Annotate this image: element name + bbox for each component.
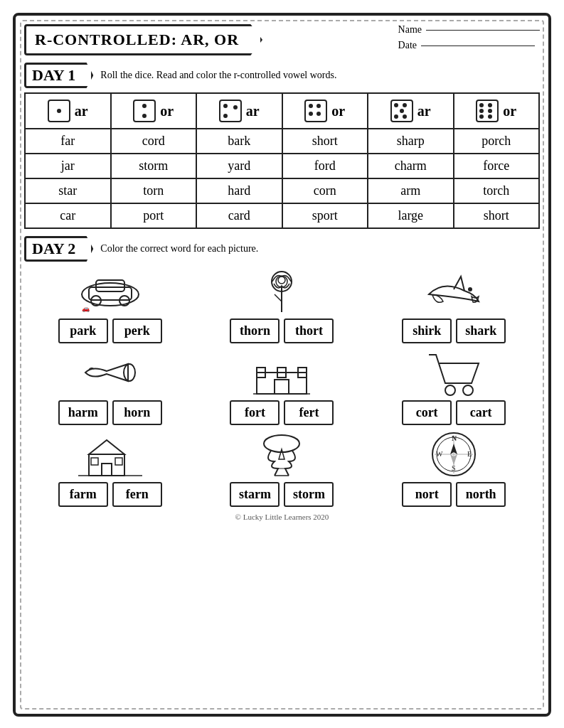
word-cell: far — [25, 129, 111, 154]
day1-label: DAY 1 Roll the dice. Read and color the … — [24, 63, 540, 88]
storm-image — [253, 429, 310, 479]
word-choice-box[interactable]: fern — [112, 482, 162, 507]
sound-or-6: or — [503, 103, 516, 119]
day1-instruction: Roll the dice. Read and color the r-cont… — [100, 70, 336, 81]
day1-tag: DAY 1 — [24, 63, 93, 88]
header: R-CONTROLLED: AR, OR Name Date — [24, 24, 540, 55]
word-cell: ford — [282, 154, 368, 178]
picture-item: 🚗 parkperk — [32, 266, 188, 343]
word-choice-box[interactable]: shirk — [402, 318, 452, 343]
table-row: carportcardsportlargeshort — [25, 203, 539, 228]
word-cell: star — [25, 178, 111, 203]
word-choice-box[interactable]: north — [456, 482, 506, 507]
word-cell: short — [454, 203, 540, 228]
word-cell: force — [454, 154, 540, 178]
word-choices: farmfern — [58, 482, 162, 507]
word-choice-box[interactable]: thort — [284, 318, 334, 343]
picture-row: harmhorn fortfert cortcart — [24, 348, 540, 425]
car-image: 🚗 — [75, 266, 146, 316]
word-cell: jar — [25, 154, 111, 178]
dice-3 — [219, 100, 242, 122]
day2-section: DAY 2 Color the correct word for each pi… — [24, 236, 540, 507]
svg-rect-23 — [102, 464, 112, 476]
svg-rect-24 — [91, 458, 98, 465]
word-choice-box[interactable]: cort — [402, 400, 452, 425]
picture-item: N S E W nortnorth — [376, 429, 532, 507]
date-underline — [421, 46, 535, 46]
picture-item: farmfern — [32, 429, 188, 507]
word-cell: bark — [196, 129, 282, 154]
col-1-ar: ar — [25, 93, 111, 129]
word-choice-box[interactable]: horn — [112, 400, 162, 425]
dice-5 — [390, 100, 413, 122]
picture-item: thornthort — [203, 266, 360, 343]
name-label: Name — [398, 24, 422, 36]
svg-point-10 — [278, 277, 285, 284]
svg-rect-13 — [257, 373, 307, 394]
word-cell: sharp — [368, 129, 454, 154]
svg-text:S: S — [452, 464, 456, 472]
name-date-section: Name Date — [398, 24, 540, 51]
name-line: Name — [398, 24, 540, 36]
dice-2 — [133, 100, 156, 122]
word-choices: thornthort — [230, 318, 334, 343]
word-cell: torn — [111, 178, 197, 203]
horn-image — [78, 348, 142, 397]
word-choices: nortnorth — [402, 482, 506, 507]
picture-item: shirkshark — [376, 266, 532, 343]
word-choice-box[interactable]: fort — [230, 400, 280, 425]
word-cell: card — [196, 203, 282, 228]
word-choice-box[interactable]: perk — [112, 318, 162, 343]
word-choice-box[interactable]: harm — [58, 400, 108, 425]
word-choice-box[interactable]: park — [58, 318, 108, 343]
date-line: Date — [398, 40, 540, 51]
word-choice-box[interactable]: storm — [284, 482, 334, 507]
sound-ar-5: ar — [417, 103, 431, 119]
col-3-ar: ar — [196, 93, 282, 129]
word-choices: harmhorn — [58, 400, 162, 425]
picture-row: 🚗 parkperk thornthort shirkshark — [24, 266, 540, 343]
cart-image — [425, 348, 482, 397]
picture-item: harmhorn — [32, 348, 188, 425]
svg-point-0 — [82, 283, 139, 306]
word-choice-box[interactable]: nort — [402, 482, 452, 507]
word-cell: port — [111, 203, 197, 228]
picture-row: farmfern starmstorm N S E W nortnorth — [24, 429, 540, 507]
svg-point-11 — [468, 287, 472, 291]
day2-rows: 🚗 parkperk thornthort shirkshark harmhor… — [24, 266, 540, 507]
day2-label: DAY 2 Color the correct word for each pi… — [24, 236, 540, 262]
word-choice-box[interactable]: starm — [230, 482, 280, 507]
picture-item: fortfert — [203, 348, 360, 425]
svg-line-7 — [275, 294, 282, 301]
word-choice-box[interactable]: fert — [284, 400, 334, 425]
svg-text:N: N — [452, 434, 457, 442]
title-banner: R-CONTROLLED: AR, OR — [24, 24, 262, 55]
word-cell: yard — [196, 154, 282, 178]
word-cell: hard — [196, 178, 282, 203]
picture-item: cortcart — [376, 348, 532, 425]
picture-item: starmstorm — [203, 429, 360, 507]
word-cell: arm — [368, 178, 454, 203]
sound-ar-1: ar — [75, 103, 88, 119]
word-cell: car — [25, 203, 111, 228]
word-choice-box[interactable]: thorn — [230, 318, 280, 343]
compass-image: N S E W — [429, 429, 479, 479]
page: R-CONTROLLED: AR, OR Name Date DAY 1 Rol… — [13, 13, 551, 717]
word-cell: large — [368, 203, 454, 228]
table-row: startornhardcornarmtorch — [25, 178, 539, 203]
shark-image — [422, 266, 486, 316]
word-choice-box[interactable]: shark — [456, 318, 506, 343]
fort-image — [250, 348, 314, 397]
svg-text:E: E — [467, 450, 472, 458]
farm-image — [78, 429, 142, 479]
word-table-body: farcordbarkshortsharpporchjarstormyardfo… — [25, 129, 539, 228]
word-choice-box[interactable]: cart — [456, 400, 506, 425]
svg-rect-25 — [115, 458, 122, 465]
col-2-or: or — [111, 93, 197, 129]
word-choices: starmstorm — [230, 482, 334, 507]
word-choice-box[interactable]: farm — [58, 482, 108, 507]
dice-1 — [48, 100, 70, 122]
word-cell: storm — [111, 154, 197, 178]
svg-point-12 — [124, 364, 135, 381]
word-choices: shirkshark — [402, 318, 506, 343]
